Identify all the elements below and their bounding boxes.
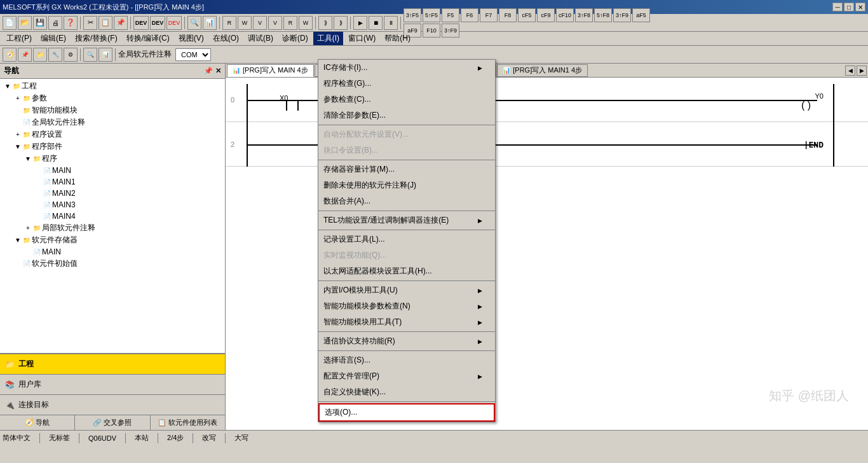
menu-comm-proto[interactable]: 通信协议支持功能(R) (318, 333, 495, 349)
tree-item-程序部件[interactable]: ▼📁程序部件 (1, 141, 224, 153)
tb6[interactable]: 🔍 (187, 16, 201, 30)
menu-view[interactable]: 视图(V) (175, 32, 208, 45)
menu-ic-card[interactable]: IC存储卡(I)... (318, 60, 495, 76)
tb13[interactable]: W (299, 16, 313, 30)
tree-expand-软元件存储器[interactable]: ▼ (14, 237, 22, 244)
menu-log-tool[interactable]: 记录设置工具(L)... (318, 232, 495, 247)
tree-expand-工程[interactable]: ▼ (4, 83, 11, 90)
tree-item-程序[interactable]: ▼📁程序 (1, 153, 224, 165)
tb2-4[interactable]: 🔧 (48, 48, 62, 62)
tb2-6[interactable]: 🔍 (83, 48, 97, 62)
menu-edit[interactable]: 编辑(E) (37, 32, 70, 45)
f6[interactable]: F8 (499, 8, 517, 22)
tree-item-工程[interactable]: ▼📁工程 (1, 80, 224, 92)
tree-item-MAIN1[interactable]: 📄MAIN1 (1, 176, 224, 188)
f8[interactable]: cF9 (537, 8, 555, 22)
tb14[interactable]: ⟫ (318, 16, 332, 30)
open-button[interactable]: 📂 (18, 16, 32, 30)
menu-online[interactable]: 在线(O) (209, 32, 243, 45)
nav-tab-devlist[interactable]: 📋 软元件使用列表 (151, 415, 225, 430)
tree-item-MAIN3[interactable]: 📄MAIN3 (1, 199, 224, 211)
tb2-2[interactable]: 📌 (18, 48, 32, 62)
nav-bottom-project[interactable]: 📁 工程 (0, 354, 225, 374)
tb15[interactable]: ⟫ (334, 16, 348, 30)
tb8[interactable]: R (222, 16, 236, 30)
tree-item-MAIN[interactable]: 📄MAIN (1, 246, 224, 258)
menu-clear-params[interactable]: 清除全部参数(E)... (318, 107, 495, 123)
menu-select-lang[interactable]: 选择语言(S)... (318, 352, 495, 368)
tree-expand-局部软元件注释[interactable]: + (24, 225, 32, 232)
copy-button[interactable]: 📋 (98, 16, 112, 30)
tree-item-软元件初始值[interactable]: 📄软元件初始值 (1, 258, 224, 270)
tb4[interactable]: DEV (150, 16, 165, 30)
f12[interactable]: 3↑F9 (613, 8, 631, 22)
menu-search[interactable]: 搜索/替换(F) (71, 32, 121, 45)
tree-expand-程序部件[interactable]: ▼ (14, 143, 22, 150)
menu-prog-check[interactable]: 程序检查(G)... (318, 76, 495, 92)
content-tab-0[interactable]: 📊 [PRG]写入 MAIN 4步 (227, 64, 314, 77)
menu-project[interactable]: 工程(P) (3, 32, 36, 45)
window-controls[interactable]: ─ □ ✕ (832, 3, 865, 11)
tree-item-软元件存储器[interactable]: ▼📁软元件存储器 (1, 234, 224, 246)
menu-io-tool[interactable]: 内置I/O模块用工具(U) (318, 282, 495, 298)
tab-prev-button[interactable]: ◀ (845, 66, 855, 76)
tb7[interactable]: 📊 (203, 16, 217, 30)
nav-bottom-connect[interactable]: 🔌 连接目标 (0, 394, 225, 415)
nav-bottom-userlib[interactable]: 📚 用户库 (0, 374, 225, 394)
f2[interactable]: 5↑F5 (423, 8, 440, 22)
f15[interactable]: F10 (423, 24, 440, 38)
menu-eth-tool[interactable]: 以太网适配器模块设置工具(H)... (318, 263, 495, 279)
tb9[interactable]: W (238, 16, 252, 30)
menu-smart-param[interactable]: 智能功能模块参数检查(N) (318, 298, 495, 314)
tb11[interactable]: V (268, 16, 282, 30)
tree-expand-程序设置[interactable]: + (14, 131, 22, 138)
tree-item-MAIN2[interactable]: 📄MAIN2 (1, 188, 224, 199)
tree-expand-参数[interactable]: + (14, 95, 22, 102)
menu-debug[interactable]: 调试(B) (244, 32, 277, 45)
tree-item-全局软元件注释[interactable]: 📄全局软元件注释 (1, 116, 224, 128)
menu-config-mgmt[interactable]: 配置文件管理(P) (318, 368, 495, 384)
f1[interactable]: 3↑F5 (403, 8, 421, 22)
menu-help[interactable]: 帮助(H) (381, 32, 414, 45)
menu-diagnose[interactable]: 诊断(D) (278, 32, 312, 45)
tree-item-局部软元件注释[interactable]: +📁局部软元件注释 (1, 222, 224, 234)
nav-close-icon[interactable]: ✕ (215, 67, 221, 75)
tree-item-程序设置[interactable]: +📁程序设置 (1, 128, 224, 141)
minimize-button[interactable]: ─ (832, 3, 843, 11)
tb3[interactable]: DEV (133, 16, 149, 30)
f3[interactable]: F5 (442, 8, 459, 22)
f7[interactable]: cF5 (518, 8, 536, 22)
menu-tel-setup[interactable]: TEL功能设置/通过调制解调器连接(E) (318, 212, 495, 228)
tree-item-智能功能模块[interactable]: 📁智能功能模块 (1, 104, 224, 116)
tb2-3[interactable]: 📁 (33, 48, 47, 62)
menu-mem-calc[interactable]: 存储器容量计算(M)... (318, 162, 495, 177)
nav-pin-icon[interactable]: 📌 (204, 67, 213, 75)
close-button[interactable]: ✕ (855, 3, 865, 11)
f9[interactable]: cF10 (556, 8, 574, 22)
tree-item-MAIN4[interactable]: 📄MAIN4 (1, 211, 224, 222)
tb12[interactable]: R (283, 16, 297, 30)
f5[interactable]: F7 (480, 8, 498, 22)
menu-smart-tool[interactable]: 智能功能模块用工具(T) (318, 314, 495, 330)
tb5[interactable]: DEV (166, 16, 182, 30)
tb2-1[interactable]: 🧭 (3, 48, 17, 62)
menu-delete-unused[interactable]: 删除未使用的软元件注释(J) (318, 177, 495, 193)
f11[interactable]: 5↑F8 (594, 8, 612, 22)
tb18[interactable]: ⏸ (384, 16, 398, 30)
paste-button[interactable]: 📌 (114, 16, 128, 30)
f16[interactable]: 3↑F9 (442, 24, 459, 38)
menu-window[interactable]: 窗口(W) (344, 32, 379, 45)
content-tab-3[interactable]: 📊 [PRG]写入 MAIN1 4步 (497, 64, 588, 77)
maximize-button[interactable]: □ (844, 3, 854, 11)
f13[interactable]: aF5 (632, 8, 650, 22)
com-dropdown[interactable]: COM (175, 48, 211, 61)
tb2-7[interactable]: 📊 (98, 48, 112, 62)
cut-button[interactable]: ✂ (83, 16, 97, 30)
tree-item-参数[interactable]: +📁参数 (1, 92, 224, 104)
menu-param-check[interactable]: 参数检查(C)... (318, 92, 495, 107)
f10[interactable]: 3↑F8 (575, 8, 593, 22)
tree-item-MAIN[interactable]: 📄MAIN (1, 165, 224, 176)
tab-next-button[interactable]: ▶ (857, 66, 867, 76)
save-button[interactable]: 💾 (33, 16, 47, 30)
tb16[interactable]: ▶ (353, 16, 367, 30)
